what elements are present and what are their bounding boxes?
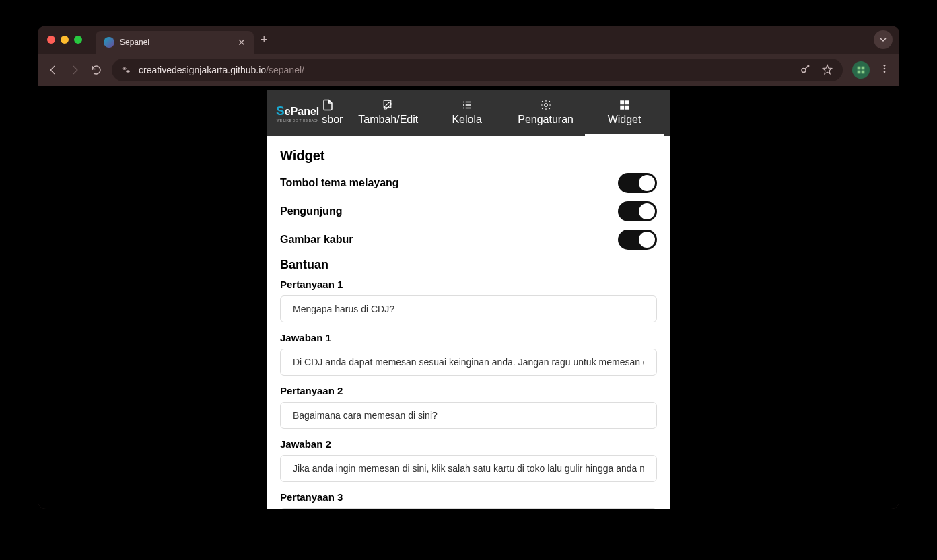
chevron-down-icon xyxy=(879,36,887,44)
svg-rect-16 xyxy=(620,105,624,109)
reload-icon xyxy=(90,64,102,76)
toggle-label: Tombol tema melayang xyxy=(280,177,399,189)
q2-input[interactable] xyxy=(280,402,657,429)
a1-label: Jawaban 1 xyxy=(280,332,657,343)
svg-rect-6 xyxy=(862,67,865,70)
q2-label: Pertanyaan 2 xyxy=(280,385,657,396)
toggle-row-blur: Gambar kabur xyxy=(280,230,657,250)
viewport: SePanel WE LIKE DO THIS BACK sbor Tambah… xyxy=(38,86,899,509)
dots-vertical-icon xyxy=(879,63,890,74)
toggle-knob xyxy=(639,232,655,248)
window-maximize-button[interactable] xyxy=(74,36,82,44)
tab-pengaturan[interactable]: Pengaturan xyxy=(506,90,585,136)
tab-label: Pengaturan xyxy=(518,114,574,126)
a1-input[interactable] xyxy=(280,349,657,376)
svg-point-0 xyxy=(123,68,125,70)
new-tab-button[interactable]: + xyxy=(261,33,268,47)
tabs-overflow-button[interactable] xyxy=(874,30,893,49)
tab-dasbor[interactable]: sbor xyxy=(322,90,349,136)
browser-window: Sepanel ✕ + creativedesignjakarta.github… xyxy=(38,26,899,509)
bookmark-star-icon[interactable] xyxy=(821,63,833,77)
q3-input[interactable] xyxy=(280,508,657,509)
favicon-icon xyxy=(104,37,114,48)
reload-button[interactable] xyxy=(90,64,102,76)
toggle-label: Gambar kabur xyxy=(280,234,353,246)
toggle-blur[interactable] xyxy=(618,230,657,250)
svg-rect-7 xyxy=(858,71,861,74)
a2-input[interactable] xyxy=(280,455,657,482)
arrow-left-icon xyxy=(47,64,59,76)
toggle-theme[interactable] xyxy=(618,173,657,193)
svg-point-13 xyxy=(544,103,547,106)
tab-title: Sepanel xyxy=(120,38,232,47)
help-section-title: Bantuan xyxy=(280,258,657,272)
q1-input[interactable] xyxy=(280,295,657,322)
app-nav: SePanel WE LIKE DO THIS BACK sbor Tambah… xyxy=(267,90,670,136)
a2-label: Jawaban 2 xyxy=(280,438,657,450)
svg-point-4 xyxy=(802,68,806,72)
grid-icon xyxy=(619,99,631,111)
back-button[interactable] xyxy=(47,64,59,76)
arrow-right-icon xyxy=(69,64,81,76)
gear-icon xyxy=(540,99,552,111)
toggle-visitor[interactable] xyxy=(618,201,657,221)
tab-tambah[interactable]: Tambah/Edit xyxy=(349,90,427,136)
browser-tab[interactable]: Sepanel ✕ xyxy=(96,31,254,54)
svg-rect-17 xyxy=(625,105,629,109)
profile-avatar[interactable] xyxy=(852,61,870,79)
window-close-button[interactable] xyxy=(47,36,55,44)
list-icon xyxy=(461,99,473,111)
svg-point-9 xyxy=(884,65,886,67)
dashboard-icon xyxy=(322,99,334,111)
toggle-knob xyxy=(639,203,655,219)
svg-rect-8 xyxy=(862,71,865,74)
tab-widget[interactable]: Widget xyxy=(585,90,664,136)
tab-close-icon[interactable]: ✕ xyxy=(238,37,246,48)
svg-rect-5 xyxy=(858,67,861,70)
svg-point-1 xyxy=(127,71,129,73)
tab-label: sbor xyxy=(322,114,343,126)
svg-point-10 xyxy=(884,68,886,70)
edit-icon xyxy=(382,99,394,111)
tab-label: Tambah/Edit xyxy=(358,114,418,126)
window-minimize-button[interactable] xyxy=(61,36,69,44)
app-logo[interactable]: SePanel WE LIKE DO THIS BACK xyxy=(276,90,322,136)
tab-kelola[interactable]: Kelola xyxy=(427,90,506,136)
forward-button[interactable] xyxy=(69,64,81,76)
q3-label: Pertanyaan 3 xyxy=(280,491,657,503)
toggle-row-theme: Tombol tema melayang xyxy=(280,173,657,193)
app-panel: SePanel WE LIKE DO THIS BACK sbor Tambah… xyxy=(267,90,670,509)
tab-label: Kelola xyxy=(452,114,481,126)
address-bar[interactable]: creativedesignjakarta.github.io/sepanel/ xyxy=(112,59,843,81)
url-toolbar: creativedesignjakarta.github.io/sepanel/ xyxy=(38,54,899,86)
q1-label: Pertanyaan 1 xyxy=(280,279,657,290)
widget-section-title: Widget xyxy=(280,148,657,164)
content-area: Widget Tombol tema melayang Pengunjung G… xyxy=(267,136,670,509)
tab-bar: Sepanel ✕ + xyxy=(38,26,899,54)
browser-menu-button[interactable] xyxy=(879,63,890,77)
toggle-row-visitor: Pengunjung xyxy=(280,201,657,221)
password-key-icon[interactable] xyxy=(800,63,812,77)
svg-rect-15 xyxy=(625,100,629,104)
svg-rect-14 xyxy=(620,100,624,104)
site-info-icon[interactable] xyxy=(121,65,132,75)
toggle-label: Pengunjung xyxy=(280,205,342,217)
tab-label: Widget xyxy=(608,114,641,126)
url-text: creativedesignjakarta.github.io/sepanel/ xyxy=(139,65,793,75)
svg-point-11 xyxy=(884,71,886,73)
window-controls xyxy=(47,36,82,44)
toggle-knob xyxy=(639,175,655,191)
